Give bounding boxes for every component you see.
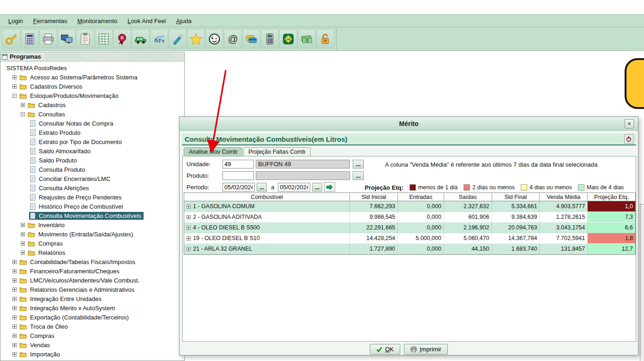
table-row-2-gasolina-aditivada[interactable]: +2 - GASOLINA ADITIVADA9.986,5450,000601… [184, 212, 635, 223]
tree-item-saldo-almoxarifado[interactable]: Saldo Almoxarifado [0, 146, 184, 156]
table-row-4-oleo-diesel-b-s500[interactable]: +4 - OLEO DIESEL B S50022.291,6650,0002.… [184, 223, 635, 233]
lock-icon[interactable] [316, 29, 334, 48]
tree-item-consulta-produto[interactable]: Consulta Produto [0, 165, 184, 174]
tree-item-consulta-movimentacao-combustiveis[interactable]: Consulta Movimentação Combustíveis [0, 211, 184, 220]
expand-icon[interactable]: + [21, 232, 25, 236]
collapse-icon[interactable]: - [21, 112, 25, 116]
tree-item-reajustes-de-preco-pendentes[interactable]: Reajustes de Preço Pendentes [0, 193, 184, 202]
seal-icon[interactable] [113, 29, 131, 48]
tree-item-cadastros[interactable]: +Cadastros [0, 100, 184, 109]
menu-ajuda[interactable]: Ajuda [171, 16, 196, 26]
expand-icon[interactable]: + [21, 103, 25, 107]
table-row-19-oleo-diesel-b-s10[interactable]: +19 - OLEO DIESEL B S1014.428,2545.000,0… [184, 233, 635, 244]
tree-item-consulta-afericoes[interactable]: Consulta Aferições [0, 183, 184, 193]
cards-icon[interactable] [242, 29, 260, 48]
tree-item-acesso-ao-sistema-parametros-sistema[interactable]: +Acesso ao Sistema/Parâmetros Sistema [0, 72, 184, 82]
tree-item-compras[interactable]: +Compras [0, 239, 184, 248]
expand-icon[interactable]: + [12, 260, 17, 264]
menu-login[interactable]: Login [4, 16, 28, 26]
tab-analise-mov-comb[interactable]: Analise Mov Comb [184, 147, 242, 156]
tree-item-extrato-produto[interactable]: Extrato Produto [0, 128, 184, 137]
expand-icon[interactable]: + [12, 306, 17, 310]
spreadsheet-icon[interactable] [95, 29, 113, 48]
periodo-start-input[interactable] [223, 183, 255, 192]
tree-item-cadastros-diversos[interactable]: +Cadastros Diversos [0, 82, 184, 91]
tree-item-conciliar-encerrantes-lmc[interactable]: Conciliar Encerrantes/LMC [0, 174, 184, 183]
tab-projecao-faltas-comb[interactable]: Projeção Faltas Comb [243, 147, 311, 156]
tree-item-exportacao-contabilidade-terceiros[interactable]: +Exportação (Contabilidade/Terceiros) [0, 313, 184, 322]
face-icon[interactable] [205, 29, 223, 48]
calculator-icon[interactable] [21, 29, 39, 48]
tree-item-compras[interactable]: +Compras [0, 331, 184, 340]
clipboard-icon[interactable] [76, 29, 94, 48]
column-header-sld-final[interactable]: Sld Final [492, 193, 540, 201]
menu-look-and-feel[interactable]: Look And Feel [123, 16, 170, 26]
expand-icon[interactable]: + [12, 352, 17, 356]
tree-item-relatorios-gerenciais-e-administrativos[interactable]: +Relatorios Gerenciais e Administrativos [0, 285, 184, 294]
expand-icon[interactable]: + [21, 241, 25, 246]
tree-item-troca-de-oleo[interactable]: +Troca de Óleo [0, 322, 184, 331]
expand-icon[interactable]: + [12, 288, 17, 292]
tree-item-integracao-entre-unidades[interactable]: +Integração Entre Unidades [0, 294, 184, 303]
unidade-browse-button[interactable]: ... [353, 160, 364, 168]
expand-icon[interactable]: + [21, 251, 25, 255]
column-header-saidas[interactable]: Saídas [444, 193, 492, 201]
close-button[interactable]: × [625, 119, 634, 128]
expand-icon[interactable]: + [21, 223, 25, 227]
vehicle-icon[interactable] [132, 29, 150, 48]
periodo-end-input[interactable] [278, 183, 310, 192]
money-icon[interactable] [298, 29, 316, 48]
ok-button[interactable]: OK [370, 344, 400, 355]
imprimir-button[interactable]: Imprimir [404, 344, 448, 355]
row-expand-icon[interactable]: + [187, 236, 191, 241]
expand-icon[interactable]: + [12, 84, 17, 89]
tree-item-historico-preco-de-combustivel[interactable]: Histórico Preço de Combustível [0, 202, 184, 211]
tree-item-vendas[interactable]: +Vendas [0, 340, 184, 349]
tree-item-financeiro-faturamento-cheques[interactable]: +Financeiro/Faturamento/Cheques [0, 266, 184, 276]
menu-ferramentas[interactable]: Ferramentas [29, 16, 72, 26]
card-terminal-icon[interactable] [261, 29, 279, 48]
produto-input[interactable] [223, 171, 254, 180]
expand-icon[interactable]: + [12, 315, 17, 319]
expand-icon[interactable]: + [12, 343, 17, 347]
expand-icon[interactable]: + [12, 75, 17, 79]
expand-icon[interactable]: + [12, 269, 17, 273]
nfe-icon[interactable]: NFe [150, 29, 168, 48]
tree-item-consultar-notas-de-compra[interactable]: Consultar Notas de Compra [0, 119, 184, 128]
at-icon[interactable]: @ [224, 29, 242, 48]
collapse-icon[interactable]: - [12, 94, 17, 98]
column-header-projecao-etq[interactable]: Projeção Etq. [588, 193, 635, 201]
tree-item-estoque-produtos-movimentacao[interactable]: -Estoque/Produtos/Movimentação [0, 91, 184, 100]
tree-item-consultas[interactable]: -Consultas [0, 109, 184, 119]
tree-item-item[interactable]: + [0, 359, 184, 361]
row-expand-icon[interactable]: + [187, 247, 191, 251]
tree-item-integracao-merito-x-autosystem[interactable]: +Integração Mérito x AutoSystem [0, 303, 184, 313]
periodo-end-browse-button[interactable]: ... [312, 183, 322, 192]
star-icon[interactable] [187, 29, 205, 48]
tree-item-lmc-veiculos-atendentes-vale-combust[interactable]: +LMC/Veículos/Atendentes/Vale Combust. [0, 276, 184, 285]
column-header-venda-media[interactable]: Venda Média [540, 193, 588, 201]
tree-item-contabilidade-tabelas-fiscais-impostos[interactable]: +Contabilidade/Tabelas Fiscais/Impostos [0, 257, 184, 266]
monitors-icon[interactable] [58, 29, 76, 48]
menu-monitoramento[interactable]: Monitoramento [73, 16, 122, 26]
row-expand-icon[interactable]: + [187, 205, 191, 209]
brush-icon[interactable] [169, 29, 187, 48]
row-expand-icon[interactable]: + [187, 226, 191, 230]
tree-item-relatorios[interactable]: +Relatórios [0, 248, 184, 257]
key-icon[interactable] [2, 29, 20, 48]
printer-icon[interactable] [39, 29, 57, 48]
tree-item-movimento-entrada-saida-ajustes[interactable]: +Movimento (Entrada/Saída/Ajustes) [0, 229, 184, 239]
expand-icon[interactable]: + [12, 334, 17, 338]
tree-item-inventario[interactable]: +Inventário [0, 220, 184, 229]
tree-item-saldo-produto[interactable]: Saldo Produto [0, 156, 184, 165]
tree-item-importacao[interactable]: +Importação [0, 349, 184, 359]
expand-icon[interactable]: + [12, 278, 17, 283]
unidade-input[interactable] [223, 160, 254, 168]
pump-logo-icon[interactable]: LMC [279, 29, 297, 48]
expand-icon[interactable]: + [12, 325, 17, 329]
table-row-21-arla-32-granel[interactable]: +21 - ARLA 32 GRANEL1.727,8900,00044,150… [184, 244, 635, 254]
produto-browse-button[interactable]: ... [353, 171, 364, 180]
tree-item-extrato-por-tipo-de-documento[interactable]: Extrato por Tipo de Documento [0, 137, 184, 146]
power-button[interactable] [624, 134, 633, 144]
table-row-1-gasolina-comum[interactable]: +1 - GASOLINA COMUM7.662,2930,0002.327,6… [184, 201, 635, 212]
